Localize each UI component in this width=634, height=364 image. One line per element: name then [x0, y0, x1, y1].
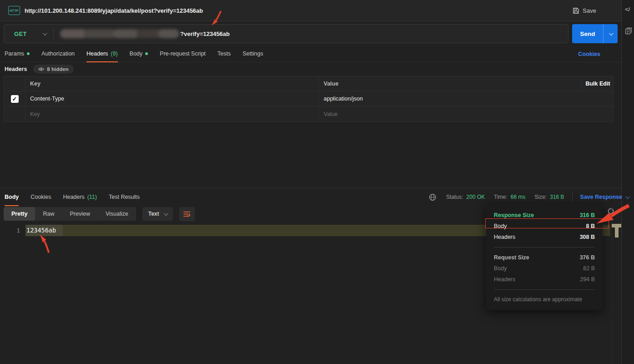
response-size-title: Response Size — [494, 212, 534, 218]
hidden-headers-label: 8 hidden — [47, 66, 68, 72]
bulk-edit-button[interactable]: Bulk Edit — [582, 76, 614, 91]
format-select[interactable]: Text — [142, 207, 173, 221]
header-value-cell[interactable]: application/json — [319, 91, 582, 106]
popup-body-label: Body — [494, 223, 507, 229]
popup-divider — [494, 289, 595, 290]
row-checkbox-cell: ✓ — [4, 91, 25, 106]
row-actions-cell — [582, 106, 614, 121]
response-size-popup: Response Size 316 B Body 8 B Headers 308… — [486, 203, 603, 310]
params-dot — [27, 52, 30, 55]
url-input[interactable]: ?verify=123456ab — [180, 30, 230, 37]
headers-meta: Headers 8 hidden — [5, 63, 74, 76]
send-options-button[interactable] — [604, 24, 618, 43]
topbar: HTTP http://101.200.148.241:8089/yjapi/d… — [0, 0, 621, 21]
size-value[interactable]: 316 B — [550, 194, 564, 200]
search-response-button[interactable] — [607, 207, 615, 216]
response-tab-test-results[interactable]: Test Results — [109, 188, 140, 206]
url-bar: GET ?verify=123456ab — [4, 24, 568, 43]
popup-response-size-row: Response Size 316 B — [486, 210, 603, 221]
response-view-controls: Pretty Raw Preview Visualize Text — [4, 207, 195, 221]
table-row: ✓ Content-Type application/json — [4, 91, 613, 106]
view-raw[interactable]: Raw — [35, 207, 62, 221]
view-pretty[interactable]: Pretty — [4, 207, 35, 221]
request-body-value: 82 B — [583, 265, 595, 272]
request-body-label: Body — [494, 265, 507, 272]
cookies-link[interactable]: Cookies — [578, 46, 600, 62]
row-checkbox[interactable]: ✓ — [11, 95, 19, 103]
popup-headers-label: Headers — [494, 234, 515, 240]
time-label: Time: — [494, 194, 507, 200]
response-size-value: 316 B — [580, 212, 595, 218]
body-dot — [145, 52, 148, 55]
select-all-cell — [4, 76, 25, 91]
popup-body-value: 8 B — [586, 223, 595, 229]
response-tab-cookies[interactable]: Cookies — [30, 188, 51, 206]
popup-request-body-row: Body 82 B — [486, 263, 603, 274]
view-preview[interactable]: Preview — [62, 207, 97, 221]
popup-request-size-row: Request Size 376 B — [486, 252, 603, 263]
request-headers-label: Headers — [494, 276, 515, 283]
response-tab-body[interactable]: Body — [5, 188, 19, 206]
size-label: Size: — [535, 194, 547, 200]
header-key-cell[interactable]: Content-Type — [25, 91, 319, 106]
hidden-headers-toggle[interactable]: 8 hidden — [33, 65, 73, 74]
status-label: Status: — [446, 194, 463, 200]
globe-icon[interactable] — [429, 193, 436, 201]
value-input-placeholder[interactable]: Value — [319, 106, 582, 121]
code-snippet-icon[interactable]: </ — [625, 6, 630, 13]
method-select[interactable]: GET — [4, 30, 53, 37]
http-method-icon: HTTP — [8, 6, 20, 15]
tab-settings[interactable]: Settings — [243, 46, 263, 62]
method-label: GET — [14, 30, 27, 37]
eye-icon — [38, 67, 44, 71]
time-value: 66 ms — [511, 194, 526, 200]
right-sidebar: </ — [621, 0, 634, 364]
row-actions-cell — [582, 91, 614, 106]
table-header-row: Key Value Bulk Edit — [4, 76, 613, 91]
request-size-value: 376 B — [580, 254, 595, 261]
column-value: Value — [319, 76, 582, 91]
tab-tests[interactable]: Tests — [218, 46, 231, 62]
request-size-title: Request Size — [494, 254, 529, 261]
view-mode-segment: Pretty Raw Preview Visualize — [4, 207, 136, 221]
table-row-empty: Key Value — [4, 106, 613, 121]
divider — [53, 28, 54, 39]
popup-request-headers-row: Headers 294 B — [486, 274, 603, 285]
save-response-button[interactable]: Save Response — [580, 194, 629, 200]
request-headers-value: 294 B — [580, 276, 595, 283]
column-key: Key — [25, 76, 319, 91]
wrap-lines-icon — [183, 211, 191, 217]
redacted-url-segment — [60, 29, 179, 39]
wrap-lines-button[interactable] — [179, 207, 195, 221]
key-input-placeholder[interactable]: Key — [25, 106, 319, 121]
tab-params[interactable]: Params — [5, 46, 30, 62]
save-button[interactable]: Save — [573, 0, 596, 21]
send-button[interactable]: Send — [572, 24, 618, 43]
view-visualize[interactable]: Visualize — [98, 207, 136, 221]
chevron-down-icon — [163, 211, 168, 216]
tab-pre-request-script[interactable]: Pre-request Script — [160, 46, 206, 62]
floppy-save-icon — [573, 7, 579, 14]
tab-body[interactable]: Body — [130, 46, 148, 62]
response-tab-headers[interactable]: Headers(11) — [63, 188, 97, 206]
request-tabs: Params Authorization Headers(9) Body Pre… — [0, 46, 621, 62]
popup-headers-row: Headers 308 B — [486, 232, 603, 243]
headers-section-label: Headers — [5, 66, 27, 72]
popup-divider — [494, 247, 595, 248]
popup-footnote: All size calculations are approximate — [486, 294, 603, 303]
tab-headers[interactable]: Headers(9) — [86, 46, 118, 62]
tab-authorization[interactable]: Authorization — [41, 46, 75, 62]
chevron-down-icon — [43, 31, 47, 35]
row-checkbox-cell — [4, 106, 25, 121]
divider — [572, 192, 573, 202]
send-label[interactable]: Send — [572, 24, 603, 43]
search-icon — [607, 207, 615, 216]
headers-table: Key Value Bulk Edit ✓ Content-Type appli… — [4, 76, 614, 122]
status-value: 200 OK — [467, 194, 485, 200]
request-title: http://101.200.148.241:8089/yjapi/data/k… — [25, 7, 203, 14]
popup-body-row: Body 8 B — [486, 221, 603, 232]
response-body-text[interactable]: 123456ab — [26, 225, 56, 236]
documentation-icon[interactable] — [625, 27, 632, 35]
format-label: Text — [148, 211, 159, 217]
line-number: 1 — [0, 225, 20, 236]
